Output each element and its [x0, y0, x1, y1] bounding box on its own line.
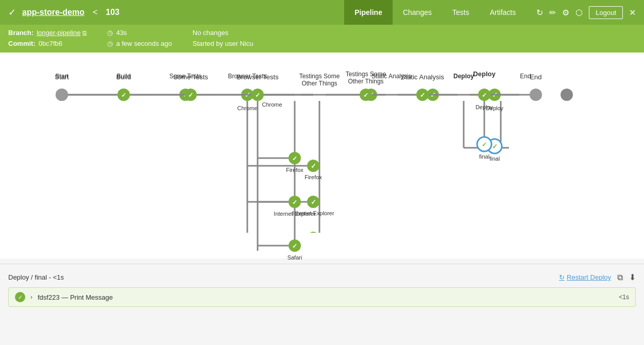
svg-text:End: End — [530, 73, 541, 81]
svg-text:Some Tests: Some Tests — [173, 73, 208, 81]
branch-label: Branch: — [8, 29, 33, 37]
time-value: a few seconds ago — [116, 40, 172, 47]
success-check-icon: ✓ — [8, 7, 16, 18]
pipeline-svg-overlay: Start Build Some Tests Browser Tests Tes… — [21, 68, 623, 274]
main-content: Start Build Some Tests Browser Tests Tes… — [0, 53, 644, 258]
svg-text:Browser Tests: Browser Tests — [236, 73, 279, 81]
duration-value: 43s — [116, 29, 127, 37]
svg-text:✓: ✓ — [482, 92, 487, 99]
log-time: <1s — [619, 294, 629, 301]
started-by-text: Started by user Nicu — [193, 40, 253, 47]
clock-icon: ◷ — [107, 40, 113, 47]
svg-text:✓: ✓ — [420, 92, 425, 99]
no-changes-text: No changes — [193, 29, 228, 37]
project-title[interactable]: app-store-demo — [22, 8, 84, 17]
no-changes-row: No changes — [193, 29, 253, 37]
close-icon[interactable]: ✕ — [629, 8, 636, 18]
svg-text:final: final — [479, 153, 489, 160]
log-sep-dash: — — [61, 294, 68, 301]
tab-pipeline[interactable]: Pipeline — [344, 0, 393, 25]
svg-point-93 — [530, 89, 542, 101]
svg-text:Build: Build — [116, 73, 131, 81]
restart-label: Restart Deploy — [567, 273, 611, 281]
svg-text:Start: Start — [55, 73, 69, 81]
svg-text:✓: ✓ — [255, 92, 260, 99]
changes-col: No changes Started by user Nicu — [193, 29, 253, 47]
svg-text:✓: ✓ — [363, 92, 368, 99]
external-link-button[interactable]: ⧉ — [617, 273, 623, 282]
duration-row: ◷ 43s — [107, 29, 172, 37]
restart-deploy-button[interactable]: ↻ Restart Deploy — [559, 273, 611, 281]
svg-text:Deploy: Deploy — [476, 104, 494, 110]
header-tabs: Pipeline Changes Tests Artifacts — [344, 0, 526, 25]
build-number: 103 — [106, 8, 120, 17]
settings-icon[interactable]: ⚙ — [562, 8, 569, 18]
svg-text:✓: ✓ — [292, 199, 297, 206]
tab-artifacts[interactable]: Artifacts — [480, 0, 527, 25]
pipeline-diagram: Start Build Some Tests Browser Tests Tes… — [21, 68, 623, 233]
svg-text:Deploy: Deploy — [473, 70, 496, 78]
header-toolbar: ↻ ✏ ⚙ ⬡ Logout ✕ — [536, 6, 636, 19]
log-check-icon: ✓ — [15, 292, 25, 302]
log-task-id: fdsf223 — [38, 294, 60, 301]
branch-commit-col: Branch: longer-pipeline ⧉ Commit: 0bc7fb… — [8, 29, 87, 47]
log-row: ✓ › fdsf223 — Print Message <1s — [8, 287, 636, 307]
svg-text:✓: ✓ — [292, 243, 297, 250]
commit-label: Commit: — [8, 40, 36, 47]
svg-text:Internet Explorer: Internet Explorer — [274, 211, 316, 217]
log-expand-button[interactable]: › — [30, 294, 32, 301]
logout-button[interactable]: Logout — [589, 6, 623, 19]
time-row: ◷ a few seconds ago — [107, 40, 172, 47]
svg-text:✓: ✓ — [292, 155, 297, 162]
restart-icon: ↻ — [559, 273, 565, 281]
svg-text:Firefox: Firefox — [286, 167, 303, 173]
branch-external-icon: ⧉ — [82, 29, 87, 36]
svg-text:Safari: Safari — [287, 254, 302, 261]
external-link-icon[interactable]: ⬡ — [575, 8, 583, 18]
footer-title-text: Deploy / final - <1s — [8, 273, 64, 281]
commit-value: 0bc7fb6 — [39, 40, 62, 47]
svg-point-66 — [56, 89, 68, 101]
svg-text:✓: ✓ — [121, 92, 126, 99]
tab-changes[interactable]: Changes — [393, 0, 442, 25]
log-text: fdsf223 — Print Message — [38, 294, 614, 301]
time-col: ◷ 43s ◷ a few seconds ago — [107, 29, 172, 47]
edit-icon[interactable]: ✏ — [549, 8, 556, 18]
log-message: Print Message — [70, 294, 113, 301]
started-by-row: Started by user Nicu — [193, 40, 253, 47]
svg-text:Static Analysis: Static Analysis — [401, 73, 444, 81]
commit-row: Commit: 0bc7fb6 — [8, 40, 87, 47]
svg-text:Testings Some: Testings Some — [346, 71, 386, 78]
tab-tests[interactable]: Tests — [442, 0, 480, 25]
header-separator: < — [93, 8, 97, 17]
branch-row: Branch: longer-pipeline ⧉ — [8, 29, 87, 37]
branch-value[interactable]: longer-pipeline ⧉ — [37, 29, 87, 37]
svg-text:✓: ✓ — [482, 141, 487, 148]
svg-text:Chrome: Chrome — [262, 101, 282, 108]
header: ✓ app-store-demo < 103 Pipeline Changes … — [0, 0, 644, 25]
duration-icon: ◷ — [107, 29, 113, 37]
refresh-icon[interactable]: ↻ — [536, 8, 543, 18]
sub-header: Branch: longer-pipeline ⧉ Commit: 0bc7fb… — [0, 25, 644, 53]
svg-text:Other Things: Other Things — [348, 78, 383, 85]
download-button[interactable]: ⬇ — [629, 272, 636, 282]
svg-text:✓: ✓ — [188, 92, 193, 99]
